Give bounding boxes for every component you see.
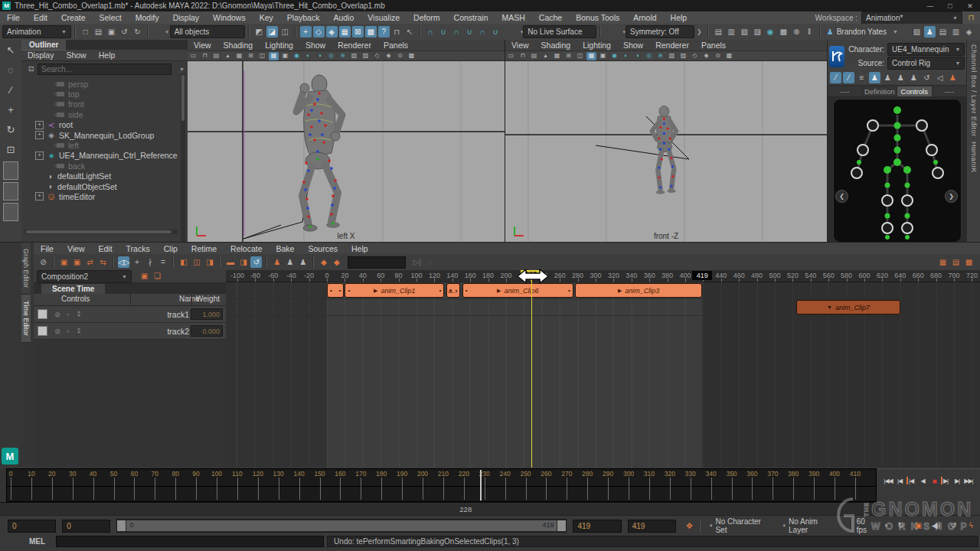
viewport-menu-panels[interactable]: Panels xyxy=(695,41,732,50)
te-menu-sources[interactable]: Sources xyxy=(301,243,345,255)
animation-start-field[interactable]: 0 xyxy=(8,520,56,533)
hik-add-character-icon[interactable]: ♟ xyxy=(908,72,920,83)
fps-selector[interactable]: 60 fps xyxy=(855,517,879,534)
title-bar[interactable]: M Three_Hit_Combo_Overlap1.mb* - Autodes… xyxy=(0,0,980,11)
snap-help-icon[interactable]: ? xyxy=(378,26,390,37)
range-slider[interactable]: 0 419 xyxy=(116,519,567,533)
track-weight-field[interactable]: 1.000 xyxy=(191,308,223,320)
channel-box-toggle-icon[interactable]: ▤ xyxy=(937,26,949,37)
te-clip-name-field[interactable] xyxy=(348,256,406,269)
track-row-track2[interactable]: ⊘▫⁑track20.000 xyxy=(34,323,226,340)
viewport-front-render[interactable] xyxy=(505,61,827,243)
workspace-lock-icon[interactable]: ⊓ xyxy=(965,12,977,24)
expand-icon[interactable]: + xyxy=(35,131,44,139)
menu-create[interactable]: Create xyxy=(54,11,93,24)
viewport-menu-lighting[interactable]: Lighting xyxy=(259,41,299,50)
chevron-down-icon[interactable]: ▾ xyxy=(879,523,888,529)
vp-lights-icon[interactable]: ◐ xyxy=(303,52,313,60)
vp-joints-xray-icon[interactable]: ◈ xyxy=(701,52,711,60)
vp-ao-icon[interactable]: ◎ xyxy=(326,52,336,60)
menu-key[interactable]: Key xyxy=(253,11,280,24)
te-crossfade-icon[interactable]: ▬ xyxy=(224,256,236,268)
range-end-handle[interactable] xyxy=(557,520,566,531)
tab-controls[interactable]: Controls xyxy=(897,86,933,96)
te-frame-all-icon[interactable]: ◌ xyxy=(424,256,436,268)
menu-arnold[interactable]: Arnold xyxy=(626,11,663,24)
te-razor-icon[interactable]: ∤ xyxy=(144,256,155,268)
menu-display[interactable]: Display xyxy=(166,11,206,24)
evaluation-mode-icon[interactable]: ↺ xyxy=(948,520,959,532)
clip-a[interactable]: ••a... xyxy=(446,283,461,298)
tab-[interactable]: ---- xyxy=(933,86,968,96)
outliner-menu-display[interactable]: Display xyxy=(21,51,60,60)
save-scene-icon[interactable]: ▣ xyxy=(106,26,117,37)
vp-image-plane-icon[interactable]: ▦ xyxy=(234,52,244,60)
outliner-item-root[interactable]: +≺root xyxy=(21,120,188,130)
layout-persp-outliner[interactable] xyxy=(3,203,18,221)
vp-xray-icon[interactable]: ◇ xyxy=(372,52,382,60)
vp-lock-camera-icon[interactable]: ⊓ xyxy=(200,52,210,60)
track-solo-icon[interactable]: ▫ xyxy=(63,328,74,335)
tab-definition[interactable]: Definition xyxy=(863,86,898,96)
expand-icon[interactable]: + xyxy=(35,152,44,160)
menu-modify[interactable]: Modify xyxy=(129,11,166,24)
te-export-anim-icon[interactable]: ⇆ xyxy=(97,256,109,268)
te-menu-retime[interactable]: Retime xyxy=(185,243,224,255)
outliner-item-side[interactable]: side xyxy=(21,109,188,119)
te-snap-icon[interactable]: = xyxy=(157,256,168,268)
outliner-item-defaultlightset[interactable]: ◑defaultLightSet xyxy=(21,171,188,181)
character-controls-toggle-icon[interactable]: ♟ xyxy=(924,26,936,37)
dock-tab-graph-editor[interactable]: Graph Editor xyxy=(21,243,31,295)
new-scene-icon[interactable]: □ xyxy=(80,26,91,37)
vp-motion-blur-icon[interactable]: ≋ xyxy=(655,52,665,60)
te-menu-relocate[interactable]: Relocate xyxy=(224,243,269,255)
vp-camera-attrs-icon[interactable]: ▤ xyxy=(529,52,539,60)
viewport-menu-view[interactable]: View xyxy=(505,41,535,50)
vp-multisample-icon[interactable]: ▧ xyxy=(349,52,359,60)
vp-shaded-icon[interactable]: ▣ xyxy=(598,52,608,60)
current-frame-marker[interactable] xyxy=(480,470,482,500)
menu-mash[interactable]: MASH xyxy=(495,11,532,24)
render-sphere-icon[interactable]: ◉ xyxy=(765,26,776,37)
track-ghost-icon[interactable]: ⁑ xyxy=(74,328,84,335)
te-menu-view[interactable]: View xyxy=(60,243,92,255)
track-checkbox[interactable] xyxy=(38,309,47,319)
render-cut-icon[interactable]: ⊗ xyxy=(791,26,802,37)
vp-oversample-icon[interactable]: ◫ xyxy=(257,52,267,60)
tab-[interactable]: ---- xyxy=(828,86,863,96)
track-checkbox[interactable] xyxy=(38,326,47,336)
render-settings-icon[interactable]: ▩ xyxy=(778,26,789,37)
playblast-icon[interactable]: ▣ xyxy=(913,520,924,532)
set-key-icon[interactable]: ❖ xyxy=(684,520,695,532)
outliner-item-back[interactable]: back xyxy=(21,161,188,171)
vp-ao-icon[interactable]: ◎ xyxy=(644,52,654,60)
clip-anim-clip6[interactable]: ••▶anim_Clip6 xyxy=(462,283,573,298)
clip-anim-clip7[interactable]: ▼anim_Clip7 xyxy=(796,300,900,315)
time-slider[interactable]: 0102030405060708090100110120130140150160… xyxy=(6,468,877,502)
render-current-icon[interactable]: ▥ xyxy=(726,26,737,37)
layout-four-pane[interactable] xyxy=(3,182,18,201)
magnet-center-icon[interactable]: ∪ xyxy=(464,26,475,37)
vp-shadows-icon[interactable]: ◑ xyxy=(632,52,642,60)
tool-settings-toggle-icon[interactable]: ◈ xyxy=(963,26,975,37)
outliner-search-input[interactable] xyxy=(38,64,172,75)
chevron-down-icon[interactable]: ▾ xyxy=(704,523,713,529)
vp-wireframe-icon[interactable]: ▦ xyxy=(586,52,596,60)
render-region-icon[interactable]: ▨ xyxy=(752,26,763,37)
rotate-tool-icon[interactable]: ↻ xyxy=(0,119,21,139)
expand-icon[interactable]: + xyxy=(35,192,44,201)
te-trim-start-icon[interactable]: ◧ xyxy=(178,256,189,268)
vp-isolate-icon[interactable]: ⊙ xyxy=(713,52,723,60)
picker-next-button[interactable]: ❯ xyxy=(945,190,958,203)
picker-prev-button[interactable]: ❮ xyxy=(835,190,848,203)
anim-layer-selector[interactable]: No Anim Layer xyxy=(786,517,841,534)
outliner-item-front[interactable]: front xyxy=(21,99,188,109)
viewport-menu-renderer[interactable]: Renderer xyxy=(649,41,695,50)
viewport-menu-lighting[interactable]: Lighting xyxy=(577,41,617,50)
move-tool-icon[interactable]: + xyxy=(300,26,312,37)
te-hold-icon[interactable]: ◨ xyxy=(237,256,249,268)
magnet-grid-icon[interactable]: ∩ xyxy=(425,26,436,37)
stop-button[interactable]: ■ xyxy=(929,474,940,487)
menu-cache[interactable]: Cache xyxy=(532,11,569,24)
vp-joints-xray-icon[interactable]: ◈ xyxy=(384,52,394,60)
